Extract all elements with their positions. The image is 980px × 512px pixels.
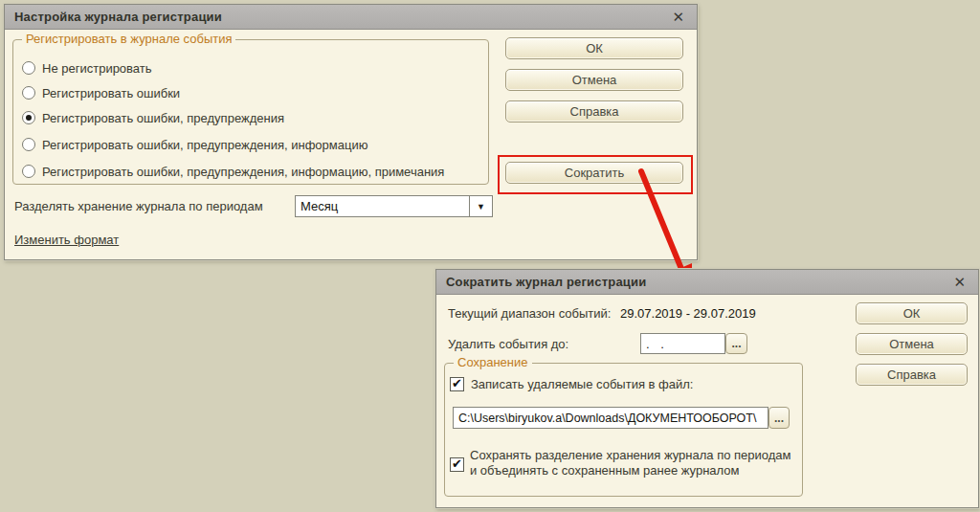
- radio-option-no-register[interactable]: Не регистрировать: [22, 59, 152, 77]
- radio-label: Регистрировать ошибки: [42, 86, 180, 100]
- cancel-button-label: Отмена: [889, 337, 934, 351]
- close-icon[interactable]: ✕: [669, 9, 687, 25]
- dialog2-titlebar[interactable]: Сократить журнал регистрации ✕: [436, 270, 978, 295]
- radio-label: Регистрировать ошибки, предупреждения, и…: [42, 138, 368, 152]
- chevron-down-icon: ▼: [477, 202, 485, 211]
- radio-option-errors-warnings-info-notes[interactable]: Регистрировать ошибки, предупреждения, и…: [22, 163, 444, 180]
- radio-option-errors-warnings[interactable]: Регистрировать ошибки, предупреждения: [22, 109, 284, 126]
- help-button-label: Справка: [570, 104, 619, 119]
- checkbox-icon[interactable]: ✔: [450, 457, 464, 472]
- help-button[interactable]: Справка: [505, 100, 683, 122]
- file-path-value: C:\Users\biryukov.a\Downloads\ДОКУМЕНТОО…: [458, 412, 756, 425]
- ellipsis-icon: ...: [731, 338, 741, 349]
- range-value: 29.07.2019 - 29.07.2019: [620, 306, 756, 321]
- event-log-settings-dialog: Настройка журнала регистрации ✕ Регистри…: [4, 4, 698, 260]
- date-browse-button[interactable]: ...: [725, 333, 747, 354]
- combo-dropdown-button[interactable]: ▼: [470, 195, 493, 217]
- register-events-group-label: Регистрировать в журнале события: [22, 32, 235, 46]
- radio-icon[interactable]: [22, 61, 35, 75]
- close-icon[interactable]: ✕: [950, 274, 969, 290]
- ok-button[interactable]: ОК: [505, 37, 683, 59]
- range-label: Текущий диапазон событий:: [448, 306, 611, 321]
- desktop-background: { "page": { "background": "#d4d1ba" }, "…: [0, 0, 980, 512]
- radio-icon[interactable]: [22, 165, 35, 178]
- checkbox-icon[interactable]: ✔: [450, 377, 464, 391]
- check-icon: ✔: [452, 457, 462, 470]
- dialog2-title: Сократить журнал регистрации: [446, 275, 646, 289]
- saving-group-label: Сохранение: [454, 355, 532, 369]
- radio-label: Регистрировать ошибки, предупреждения: [42, 111, 284, 125]
- highlight-box: [498, 155, 693, 194]
- ok-button[interactable]: ОК: [856, 302, 968, 324]
- ok-button-label: ОК: [586, 41, 603, 56]
- radio-icon[interactable]: [22, 86, 35, 100]
- delete-before-date-input[interactable]: . .: [640, 333, 725, 354]
- cancel-button-label: Отмена: [572, 73, 617, 87]
- keep-label-line1: Сохранять разделение хранения журнала по…: [470, 448, 791, 462]
- change-format-link[interactable]: Изменить формат: [14, 233, 119, 247]
- check-icon: ✔: [452, 377, 462, 390]
- radio-option-errors-warnings-info[interactable]: Регистрировать ошибки, предупреждения, и…: [22, 136, 368, 153]
- keep-periods-checkbox-row[interactable]: ✔ Сохранять разделение хранения журнала …: [450, 448, 791, 479]
- cancel-button[interactable]: Отмена: [856, 333, 968, 355]
- truncate-log-dialog: Сократить журнал регистрации ✕ Текущий д…: [435, 269, 979, 508]
- radio-option-errors[interactable]: Регистрировать ошибки: [22, 84, 180, 101]
- dialog1-titlebar[interactable]: Настройка журнала регистрации ✕: [5, 5, 697, 30]
- period-label: Разделять хранение журнала по периодам: [14, 199, 263, 213]
- file-path-input[interactable]: C:\Users\biryukov.a\Downloads\ДОКУМЕНТОО…: [453, 407, 768, 429]
- radio-icon[interactable]: [22, 138, 35, 151]
- write-events-checkbox-row[interactable]: ✔ Записать удаляемые события в файл:: [450, 375, 693, 392]
- ok-button-label: ОК: [903, 306, 921, 321]
- radio-label: Регистрировать ошибки, предупреждения, и…: [42, 165, 444, 179]
- keep-label-line2: и объединять с сохраненным ранее журнало…: [470, 463, 740, 478]
- date-input-value: . .: [646, 337, 668, 351]
- period-combobox-value: Месяц: [301, 199, 338, 213]
- dialog1-title: Настройка журнала регистрации: [14, 10, 222, 24]
- ellipsis-icon: ...: [774, 412, 784, 424]
- file-browse-button[interactable]: ...: [768, 407, 790, 429]
- delete-before-label: Удалить события до:: [448, 337, 568, 351]
- write-events-checkbox-label: Записать удаляемые события в файл:: [471, 377, 693, 391]
- keep-periods-checkbox-label: Сохранять разделение хранения журнала по…: [470, 448, 791, 479]
- radio-icon[interactable]: [22, 111, 35, 124]
- radio-label: Не регистрировать: [42, 61, 152, 76]
- help-button[interactable]: Справка: [856, 364, 968, 386]
- help-button-label: Справка: [887, 367, 936, 382]
- period-combobox[interactable]: Месяц: [295, 195, 470, 217]
- cancel-button[interactable]: Отмена: [505, 69, 683, 91]
